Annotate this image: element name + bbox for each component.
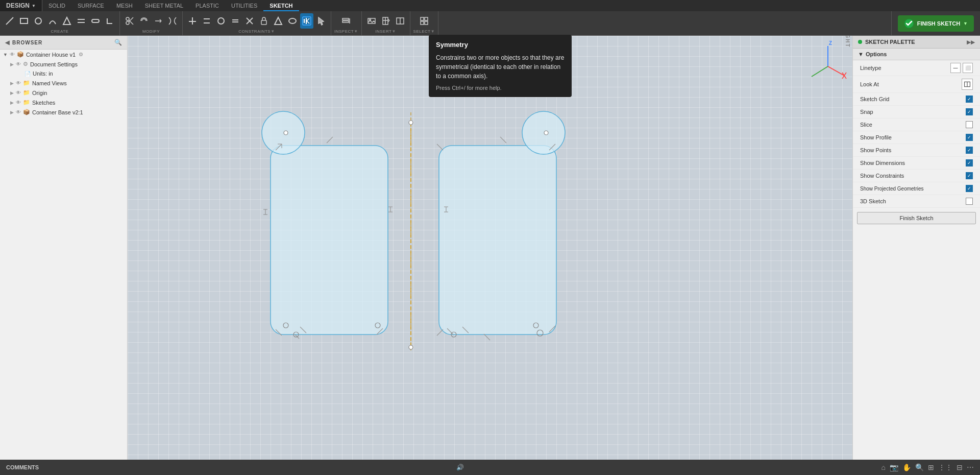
hand-icon[interactable]: ✋ — [902, 463, 911, 471]
sketch-palette-title: SKETCH PALETTE — [865, 39, 915, 45]
sidebar-item-origin[interactable]: ▶ 👁 📁 Origin — [0, 88, 127, 98]
tab-plastic[interactable]: PLASTIC — [189, 1, 225, 11]
show-constraints-checkbox[interactable] — [966, 172, 973, 179]
eye-icon-3: 👁 — [16, 80, 21, 86]
sidebar-item-document-settings[interactable]: ▶ 👁 ⚙ Document Settings — [0, 59, 127, 69]
lock-constraint[interactable] — [257, 13, 271, 29]
svg-rect-45 — [421, 21, 424, 25]
insert-image-tool[interactable] — [365, 13, 378, 29]
search-icon[interactable]: 🔍 — [114, 39, 122, 46]
finish-sketch-palette-btn[interactable]: Finish Sketch — [857, 212, 976, 224]
design-menu[interactable]: DESIGN ▼ — [0, 0, 42, 11]
linetype-row: Linetype — ⬜ — [853, 60, 980, 76]
fillet-tool[interactable] — [103, 13, 116, 29]
sidebar-item-named-views[interactable]: ▶ 👁 📁 Named Views — [0, 78, 127, 88]
tab-sheet-metal[interactable]: SHEET METAL — [139, 1, 189, 11]
sidebar-toggle[interactable]: ◀ — [5, 39, 9, 46]
sidebar-item-label: Origin — [32, 90, 47, 96]
show-profile-checkbox[interactable] — [966, 134, 973, 141]
svg-text:Z: Z — [829, 41, 832, 46]
svg-point-25 — [289, 18, 296, 23]
cursor-tool[interactable] — [314, 13, 328, 29]
scissor-tool[interactable] — [123, 13, 136, 29]
line-tool[interactable] — [3, 13, 16, 29]
zoom-icon[interactable]: 🔍 — [915, 463, 924, 471]
parallel-constraint[interactable] — [200, 13, 213, 29]
trim-tool[interactable] — [166, 13, 179, 29]
sidebar-item-container-base[interactable]: ▶ 👁 📦 Container Base v2:1 — [0, 107, 127, 117]
svg-line-71 — [437, 144, 443, 150]
display-icon[interactable]: ⊟ — [957, 463, 963, 471]
svg-rect-6 — [92, 19, 99, 22]
palette-expand-icon[interactable]: ▶▶ — [967, 39, 975, 45]
expand-arrow-settings: ▶ — [10, 62, 14, 67]
show-dimensions-checkbox[interactable] — [966, 159, 973, 167]
triangle-tool[interactable] — [60, 13, 74, 29]
insert-svg-tool[interactable] — [394, 13, 407, 29]
tab-solid[interactable]: SOLID — [42, 1, 71, 11]
sidebar-item-sketches[interactable]: ▶ 👁 📁 Sketches — [0, 98, 127, 107]
slot-tool[interactable] — [89, 13, 102, 29]
linetype-solid-btn[interactable]: — — [950, 63, 961, 73]
sidebar-item-label: Document Settings — [30, 61, 78, 67]
svg-marker-24 — [275, 17, 282, 25]
rectangle-tool[interactable] — [17, 13, 31, 29]
circle-tool[interactable] — [32, 13, 45, 29]
expand-arrow-sketches: ▶ — [10, 100, 14, 105]
select-tool[interactable] — [418, 13, 431, 29]
show-points-checkbox[interactable] — [966, 147, 973, 154]
expand-arrow-views: ▶ — [10, 81, 14, 86]
equal-constraint[interactable] — [229, 13, 242, 29]
svg-point-87 — [409, 121, 413, 125]
svg-rect-32 — [342, 21, 349, 22]
home-icon[interactable]: ⌂ — [881, 463, 886, 471]
tab-sketch[interactable]: SKETCH — [263, 1, 299, 11]
diagonal-constraint[interactable] — [243, 13, 256, 29]
look-at-btn[interactable] — [962, 79, 973, 90]
slice-row: Slice — [853, 118, 980, 131]
svg-rect-46 — [425, 21, 428, 25]
options-section-header[interactable]: ▼ Options — [853, 49, 980, 60]
tab-surface[interactable]: SURFACE — [71, 1, 110, 11]
linetype-controls: — ⬜ — [950, 63, 973, 73]
eye-icon-6: 👁 — [16, 109, 21, 115]
svg-line-0 — [6, 17, 13, 25]
perpendicular-tool[interactable] — [186, 13, 199, 29]
linetype-dashed-btn[interactable]: ⬜ — [963, 63, 973, 73]
folder-icon: 📦 — [17, 51, 24, 58]
extend-tool[interactable] — [152, 13, 165, 29]
3d-sketch-checkbox[interactable] — [966, 198, 973, 205]
arc-tool[interactable] — [46, 13, 59, 29]
sidebar-item-container-house[interactable]: ▼ 👁 📦 Container House v1 ⚙ — [0, 50, 127, 59]
tab-mesh[interactable]: MESH — [110, 1, 139, 11]
snap-checkbox[interactable] — [966, 108, 973, 115]
symmetry-tool[interactable] — [300, 13, 313, 29]
sidebar-item-units[interactable]: 📄 Units: in — [0, 69, 127, 78]
insert-dxf-tool[interactable] — [379, 13, 393, 29]
inspect-tool[interactable] — [339, 13, 353, 29]
svg-point-84 — [544, 131, 548, 135]
parallel-tool[interactable] — [75, 13, 88, 29]
create-label: CREATE — [51, 29, 69, 34]
sketch-grid-checkbox[interactable] — [966, 96, 973, 103]
options-arrow-icon: ▼ — [858, 51, 864, 57]
show-projected-checkbox[interactable] — [966, 185, 973, 192]
look-at-row: Look At — [853, 76, 980, 93]
slice-checkbox[interactable] — [966, 121, 973, 128]
grid-icon[interactable]: ⋮⋮ — [938, 463, 952, 471]
svg-line-72 — [437, 329, 443, 336]
more-icon[interactable]: ⋯ — [967, 463, 974, 471]
snap-row: Snap — [853, 106, 980, 118]
offset-tool[interactable] — [137, 13, 151, 29]
tooltip-body: Constrains two or more objects so that t… — [436, 53, 565, 81]
finish-sketch-button[interactable]: FINISH SKETCH ▼ — [898, 15, 974, 32]
camera-icon[interactable]: 📷 — [890, 463, 898, 471]
tab-utilities[interactable]: UTILITIES — [225, 1, 263, 11]
triangle-constraint[interactable] — [272, 13, 285, 29]
comments-label: COMMENTS — [6, 464, 39, 470]
circle-constraint[interactable] — [214, 13, 228, 29]
ellipse-constraint[interactable] — [286, 13, 299, 29]
speaker-icon: 🔊 — [456, 464, 464, 471]
fit-icon[interactable]: ⊞ — [928, 463, 934, 471]
show-points-label: Show Points — [860, 147, 891, 153]
